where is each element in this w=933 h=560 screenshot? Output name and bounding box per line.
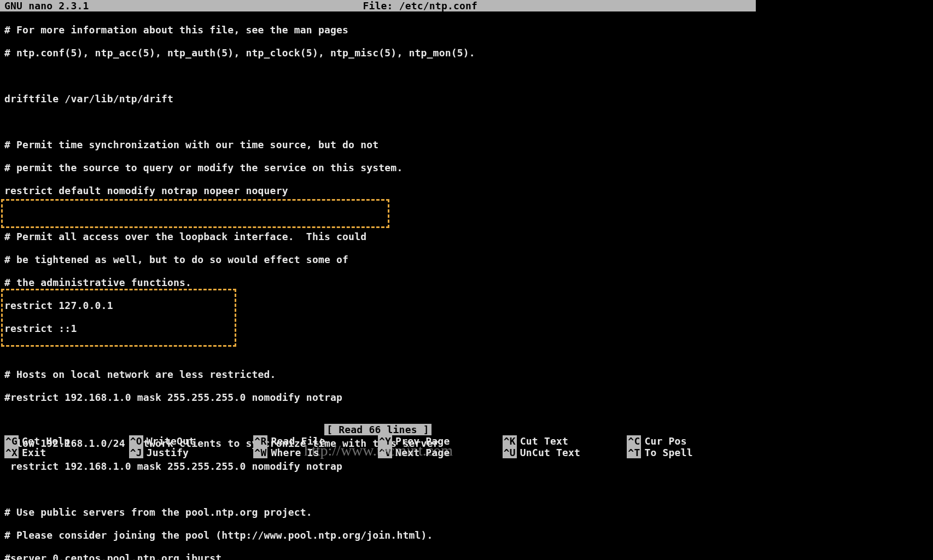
app-name: GNU nano 2.3.1 <box>4 0 89 11</box>
editor-line: restrict ::1 <box>4 323 751 334</box>
editor-line <box>4 116 751 127</box>
editor-area[interactable]: # For more information about this file, … <box>0 11 756 560</box>
editor-line: # Use public servers from the pool.ntp.o… <box>4 506 751 518</box>
editor-line <box>4 483 751 495</box>
shortcut-where-is[interactable]: ^WWhere Is <box>253 447 378 458</box>
shortcut-exit[interactable]: ^XExit <box>4 447 129 458</box>
editor-line: driftfile /var/lib/ntp/drift <box>4 93 751 104</box>
editor-line: # permit the source to query or modify t… <box>4 162 751 173</box>
editor-line: restrict 127.0.0.1 <box>4 300 751 311</box>
shortcut-cur-pos[interactable]: ^CCur Pos <box>627 435 751 447</box>
file-name: File: /etc/ntp.conf <box>89 0 751 11</box>
editor-line: restrict 192.168.1.0 mask 255.255.255.0 … <box>4 460 751 472</box>
shortcut-get-help[interactable]: ^GGet Help <box>4 435 129 447</box>
terminal-screen: GNU nano 2.3.1 File: /etc/ntp.conf # For… <box>0 0 756 458</box>
editor-line: # ntp.conf(5), ntp_acc(5), ntp_auth(5), … <box>4 47 751 59</box>
status-text: [ Read 66 lines ] <box>324 424 431 435</box>
editor-line: # the administrative functions. <box>4 277 751 288</box>
editor-line: # Please consider joining the pool (http… <box>4 529 751 541</box>
editor-line: # Permit time synchronization with our t… <box>4 139 751 150</box>
shortcut-uncut-text[interactable]: ^UUnCut Text <box>503 447 627 458</box>
editor-line <box>4 208 751 219</box>
nano-titlebar: GNU nano 2.3.1 File: /etc/ntp.conf <box>0 0 756 11</box>
shortcut-bar: ^GGet Help ^OWriteOut ^RRead File ^YPrev… <box>0 435 756 458</box>
editor-line: # be tightened as well, but to do so wou… <box>4 254 751 265</box>
shortcut-to-spell[interactable]: ^TTo Spell <box>627 447 751 458</box>
shortcut-next-page[interactable]: ^VNext Page <box>378 447 503 458</box>
shortcut-prev-page[interactable]: ^YPrev Page <box>378 435 503 447</box>
shortcut-row-1: ^GGet Help ^OWriteOut ^RRead File ^YPrev… <box>4 435 751 447</box>
shortcut-justify[interactable]: ^JJustify <box>129 447 254 458</box>
shortcut-row-2: ^XExit ^JJustify ^WWhere Is ^VNext Page … <box>4 447 751 458</box>
editor-line: # Permit all access over the loopback in… <box>4 231 751 242</box>
editor-line: #server 0.centos.pool.ntp.org iburst <box>4 552 751 560</box>
highlight-box-2 <box>1 289 236 347</box>
shortcut-writeout[interactable]: ^OWriteOut <box>129 435 254 447</box>
status-bar: [ Read 66 lines ] <box>0 424 756 435</box>
shortcut-cut-text[interactable]: ^KCut Text <box>503 435 627 447</box>
shortcut-read-file[interactable]: ^RRead File <box>253 435 378 447</box>
editor-line <box>4 70 751 81</box>
editor-line: # Hosts on local network are less restri… <box>4 369 751 380</box>
editor-line <box>4 346 751 357</box>
editor-line: # For more information about this file, … <box>4 24 751 36</box>
editor-line: restrict default nomodify notrap nopeer … <box>4 185 751 196</box>
editor-line: #restrict 192.168.1.0 mask 255.255.255.0… <box>4 392 751 403</box>
